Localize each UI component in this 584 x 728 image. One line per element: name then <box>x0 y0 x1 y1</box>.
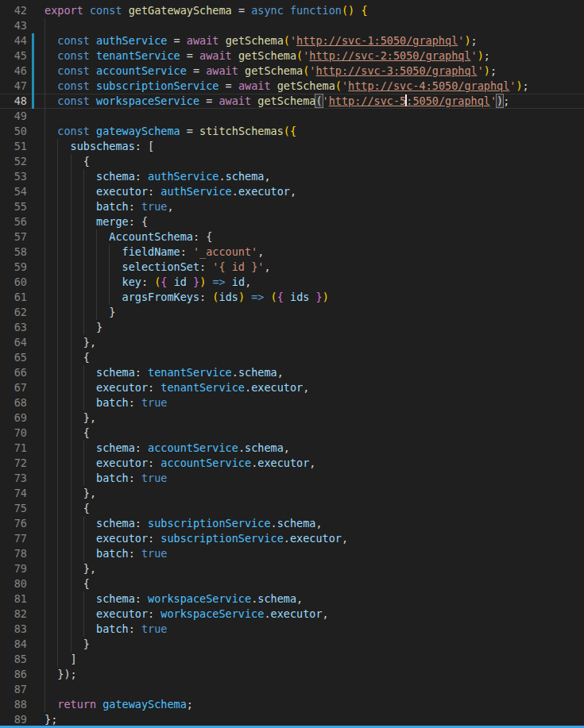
code-line[interactable]: 83 batch: true <box>0 622 584 637</box>
code-token <box>44 532 96 545</box>
code-line[interactable]: 77 executor: subscriptionService.executo… <box>0 531 584 546</box>
code-line[interactable]: 85 ] <box>0 652 584 667</box>
code-line[interactable]: 87 <box>0 682 584 697</box>
code-token <box>44 215 96 228</box>
code-line[interactable]: 68 batch: true <box>0 395 584 410</box>
code-token <box>44 366 96 379</box>
code-line[interactable]: 84 } <box>0 637 584 652</box>
code-token: gatewaySchema <box>102 698 187 711</box>
code-editor[interactable]: 42export const getGatewaySchema = async … <box>0 0 584 727</box>
code-line[interactable]: 74 }, <box>0 486 584 501</box>
code-token <box>271 79 277 92</box>
code-line[interactable]: 86 }); <box>0 667 584 682</box>
code-line[interactable]: 53 schema: authService.schema, <box>0 169 584 184</box>
code-token: batch <box>96 472 129 484</box>
code-text: const authService = await getSchema('htt… <box>44 33 478 48</box>
code-line[interactable]: 61 argsFromKeys: (ids) => ({ ids }) <box>0 290 584 305</box>
code-token: export <box>44 4 83 17</box>
line-number: 62 <box>0 305 27 320</box>
code-line[interactable]: 46 const accountService = await getSchem… <box>0 64 584 79</box>
code-token: = <box>187 64 206 77</box>
code-line[interactable]: 64 }, <box>0 335 584 350</box>
code-text: batch: true <box>44 471 167 486</box>
code-text: return gatewaySchema; <box>44 697 193 712</box>
code-line[interactable]: 55 batch: true, <box>0 199 584 214</box>
code-line[interactable]: 62 } <box>0 305 584 320</box>
code-token: : <box>148 532 161 545</box>
code-text: schema: accountService.schema, <box>44 441 290 456</box>
code-line[interactable]: 60 key: ({ id }) => id, <box>0 275 584 290</box>
code-token: { <box>290 125 296 137</box>
code-token: . <box>232 366 238 379</box>
code-token: async <box>251 4 284 17</box>
indent-guide <box>44 18 45 33</box>
code-line[interactable]: 88 return gatewaySchema; <box>0 697 584 712</box>
code-line[interactable]: 80 { <box>0 576 584 591</box>
code-line[interactable]: 54 executor: authService.executor, <box>0 184 584 199</box>
code-token: const <box>57 94 90 107</box>
code-line[interactable]: 58 fieldName: '_account', <box>0 245 584 260</box>
code-line[interactable]: 69 }, <box>0 410 584 426</box>
code-line[interactable]: 43 <box>0 18 584 33</box>
code-token <box>44 653 71 665</box>
code-token <box>44 562 83 575</box>
code-line[interactable]: 73 batch: true <box>0 471 584 486</box>
code-text: { <box>44 501 90 516</box>
code-line[interactable]: 47 const subscriptionService = await get… <box>0 79 584 94</box>
line-number: 56 <box>0 214 27 229</box>
code-line[interactable]: 82 executor: workspaceService.executor, <box>0 607 584 622</box>
line-number: 54 <box>0 184 27 199</box>
code-line[interactable]: 79 }, <box>0 561 584 576</box>
line-number: 73 <box>0 471 27 486</box>
code-line[interactable]: 56 merge: { <box>0 214 584 229</box>
code-line[interactable]: 70 { <box>0 426 584 441</box>
code-line[interactable]: 52 { <box>0 154 584 169</box>
code-line[interactable]: 63 } <box>0 320 584 335</box>
code-line[interactable]: 81 schema: workspaceService.schema, <box>0 591 584 607</box>
code-line[interactable]: 59 selectionSet: '{ id }', <box>0 260 584 275</box>
code-line[interactable]: 67 executor: tenantService.executor, <box>0 380 584 395</box>
code-token: : <box>148 381 161 394</box>
code-token: schema <box>257 592 296 605</box>
code-text: { <box>44 350 90 365</box>
line-number: 49 <box>0 109 27 124</box>
code-token <box>44 592 96 605</box>
code-line[interactable]: 48 const workspaceService = await getSch… <box>0 94 584 109</box>
line-number: 71 <box>0 441 27 456</box>
code-token: ; <box>484 49 490 62</box>
code-line[interactable]: 44 const authService = await getSchema('… <box>0 33 584 48</box>
code-line[interactable]: 51 subschemas: [ <box>0 139 584 154</box>
code-text: const accountService = await getSchema('… <box>44 64 497 79</box>
code-line[interactable]: 65 { <box>0 350 584 365</box>
code-line[interactable]: 78 batch: true <box>0 546 584 561</box>
code-line[interactable]: 49 <box>0 109 584 124</box>
code-line[interactable]: 75 { <box>0 501 584 516</box>
code-token: getSchema <box>226 34 284 47</box>
code-line[interactable]: 45 const tenantService = await getSchema… <box>0 48 584 64</box>
code-line[interactable]: 42export const getGatewaySchema = async … <box>0 3 584 18</box>
code-line[interactable]: 72 executor: accountService.executor, <box>0 456 584 471</box>
code-token: , <box>296 592 303 605</box>
code-line[interactable]: 50 const gatewaySchema = stitchSchemas({ <box>0 124 584 139</box>
code-token: : <box>135 140 148 152</box>
code-text: const subscriptionService = await getSch… <box>44 79 529 94</box>
line-number: 61 <box>0 290 27 305</box>
code-text: merge: { <box>44 214 148 229</box>
code-line[interactable]: 57 AccountSchema: { <box>0 229 584 245</box>
code-token <box>90 79 96 92</box>
code-token <box>44 94 57 107</box>
code-token <box>44 441 96 454</box>
code-token: subscriptionService <box>161 532 283 545</box>
line-number: 42 <box>0 3 27 18</box>
code-token: . <box>219 170 225 183</box>
line-number: 53 <box>0 169 27 184</box>
code-token: . <box>245 381 251 394</box>
line-number: 84 <box>0 637 27 652</box>
code-token: } <box>96 321 102 333</box>
line-number: 52 <box>0 154 27 169</box>
code-line[interactable]: 71 schema: accountService.schema, <box>0 441 584 456</box>
code-line[interactable]: 66 schema: tenantService.schema, <box>0 365 584 380</box>
code-line[interactable]: 76 schema: subscriptionService.schema, <box>0 516 584 531</box>
code-text: ] <box>44 652 77 667</box>
code-token: tenantService <box>161 381 245 394</box>
